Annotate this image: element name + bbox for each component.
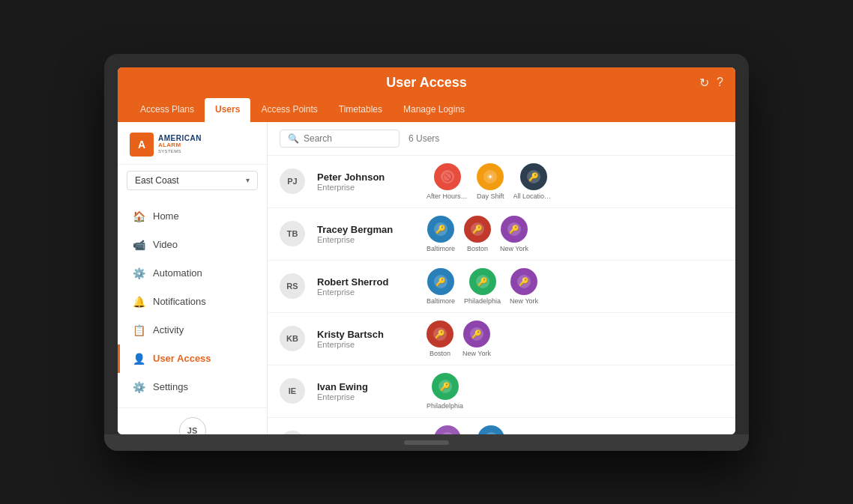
- activity-icon: 📋: [132, 324, 145, 337]
- sidebar-item-automation[interactable]: ⚙️ Automation: [118, 259, 267, 288]
- location-dropdown[interactable]: East Coast ▾: [127, 171, 258, 190]
- avatar: JS: [179, 417, 206, 434]
- tab-timetables[interactable]: Timetables: [328, 98, 393, 122]
- tag-icon: 🔑: [464, 216, 491, 243]
- table-row[interactable]: KVKaren VaughtEnterprise 🔧 Maintenance T…: [268, 418, 735, 434]
- sidebar-footer: JS jsmith@email.com LOG OUT: [118, 407, 267, 434]
- video-icon: 📹: [132, 238, 145, 252]
- tag-item[interactable]: 🔑 Baltimore: [426, 268, 455, 305]
- tag-item[interactable]: 🔑 New York: [510, 268, 538, 305]
- user-name: Ivan Ewing: [317, 381, 415, 392]
- table-row[interactable]: KBKristy BartschEnterprise 🔑 Boston 🔑 Ne…: [268, 313, 735, 365]
- tag-label: New York: [500, 245, 528, 252]
- tag-label: All Locations Master: [513, 192, 555, 200]
- svg-text:🚫: 🚫: [442, 171, 453, 182]
- table-row[interactable]: TBTracey BergmanEnterprise 🔑 Baltimore 🔑…: [268, 208, 735, 261]
- laptop-screen: User Access ↻ ? Access Plans Users Acces…: [118, 67, 735, 434]
- sidebar-item-settings-label: Settings: [153, 381, 188, 392]
- tag-label: Boston: [467, 245, 488, 252]
- svg-text:🔑: 🔑: [440, 381, 450, 392]
- user-info: Peter JohnsonEnterprise: [317, 171, 415, 192]
- user-info: Karen VaughtEnterprise: [317, 434, 415, 434]
- tag-item[interactable]: 🔑 Boston: [464, 216, 491, 252]
- tag-item[interactable]: 🔑 All Locations Master: [513, 163, 555, 200]
- help-icon[interactable]: ?: [717, 76, 723, 89]
- logo-systems: SYSTEMS: [158, 149, 202, 154]
- laptop-notch: [404, 440, 449, 445]
- tag-label: New York: [510, 297, 538, 305]
- tag-icon: 🔑: [477, 425, 504, 434]
- tag-icon: 🔑: [427, 268, 454, 295]
- notifications-icon: 🔔: [132, 295, 145, 309]
- user-tags: 🔑 Baltimore 🔑 Philadelphia 🔑 New York: [426, 268, 538, 305]
- user-initials: KV: [280, 431, 305, 434]
- tag-label: Baltimore: [426, 297, 455, 305]
- header-top: User Access ↻ ?: [118, 67, 735, 98]
- sidebar: A AMERiCAN ALARM SYSTEMS East Coast ▾: [118, 122, 268, 434]
- tag-item[interactable]: 🔑 Baltimore: [477, 425, 505, 434]
- tag-label: New York: [462, 350, 491, 357]
- header: User Access ↻ ? Access Plans Users Acces…: [118, 67, 735, 122]
- user-tags: 🚫 After Hours D... ☀ Day Shift 🔑 All Loc…: [426, 163, 555, 200]
- user-info: Ivan EwingEnterprise: [317, 381, 415, 401]
- tag-icon: 🔑: [510, 268, 537, 295]
- tag-item[interactable]: 🔑 New York: [462, 321, 491, 357]
- header-icons: ↻ ?: [699, 76, 723, 90]
- table-row[interactable]: IEIvan EwingEnterprise 🔑 Philadelphia: [268, 365, 735, 418]
- tab-users[interactable]: Users: [205, 98, 250, 122]
- tag-icon: 🔧: [434, 425, 461, 434]
- sidebar-item-notifications[interactable]: 🔔 Notifications: [118, 288, 267, 316]
- tag-item[interactable]: ☀ Day Shift: [477, 163, 504, 200]
- search-input[interactable]: [304, 133, 391, 144]
- logo-icon: A: [130, 133, 154, 157]
- tab-access-plans[interactable]: Access Plans: [130, 98, 205, 122]
- sidebar-item-home[interactable]: 🏠 Home: [118, 202, 267, 231]
- tag-item[interactable]: 🔑 Baltimore: [426, 216, 455, 252]
- tab-access-points[interactable]: Access Points: [250, 98, 328, 122]
- svg-text:🔑: 🔑: [528, 171, 539, 182]
- user-initials: RS: [280, 273, 305, 299]
- search-box[interactable]: 🔍: [280, 130, 400, 148]
- tab-manage-logins[interactable]: Manage Logins: [393, 98, 475, 122]
- user-initials: IE: [280, 378, 305, 404]
- user-initials: PJ: [280, 168, 305, 194]
- refresh-icon[interactable]: ↻: [699, 76, 709, 90]
- table-row[interactable]: PJPeter JohnsonEnterprise 🚫 After Hours …: [268, 156, 735, 208]
- user-name: Karen Vaught: [317, 434, 415, 434]
- user-info: Tracey BergmanEnterprise: [317, 224, 415, 244]
- tag-label: Philadelphia: [426, 402, 463, 410]
- logo-text: AMERiCAN ALARM SYSTEMS: [158, 134, 202, 154]
- sidebar-item-settings[interactable]: ⚙️ Settings: [118, 373, 267, 401]
- content-area: 🔍 6 Users PJPeter JohnsonEnterprise 🚫 Af…: [268, 122, 735, 434]
- svg-text:🔑: 🔑: [509, 224, 519, 234]
- sidebar-item-video[interactable]: 📹 Video: [118, 231, 267, 259]
- tag-item[interactable]: 🔧 Maintenance T...: [426, 425, 468, 434]
- tag-item[interactable]: 🔑 Philadelphia: [426, 373, 463, 410]
- svg-text:🔑: 🔑: [435, 276, 446, 287]
- users-table: PJPeter JohnsonEnterprise 🚫 After Hours …: [268, 156, 735, 434]
- tag-item[interactable]: 🚫 After Hours D...: [426, 163, 468, 200]
- svg-text:🔧: 🔧: [442, 434, 453, 434]
- laptop-frame: User Access ↻ ? Access Plans Users Acces…: [104, 54, 749, 451]
- tag-item[interactable]: 🔑 Philadelphia: [464, 268, 501, 305]
- sidebar-item-activity[interactable]: 📋 Activity: [118, 316, 267, 344]
- sidebar-item-home-label: Home: [153, 210, 179, 222]
- tag-icon: 🚫: [434, 163, 461, 190]
- sidebar-item-user-access[interactable]: 👤 User Access: [118, 344, 267, 373]
- logo-alarm: ALARM: [158, 142, 202, 149]
- tag-item[interactable]: 🔑 Boston: [426, 321, 453, 357]
- tag-icon: 🔑: [427, 216, 454, 243]
- app-wrapper: User Access ↻ ? Access Plans Users Acces…: [118, 67, 735, 434]
- table-row[interactable]: RSRobert SherrodEnterprise 🔑 Baltimore 🔑…: [268, 261, 735, 313]
- location-label: East Coast: [135, 175, 179, 186]
- logo-box: A AMERiCAN ALARM SYSTEMS: [130, 133, 255, 157]
- svg-text:🔑: 🔑: [435, 329, 445, 339]
- user-info: Kristy BartschEnterprise: [317, 329, 415, 349]
- tag-item[interactable]: 🔑 New York: [500, 216, 528, 252]
- sidebar-logo: A AMERiCAN ALARM SYSTEMS: [118, 122, 267, 165]
- sidebar-item-notifications-label: Notifications: [153, 296, 206, 307]
- tag-label: Philadelphia: [464, 297, 501, 305]
- sidebar-item-video-label: Video: [153, 239, 178, 250]
- user-tags: 🔑 Boston 🔑 New York: [426, 321, 491, 357]
- tag-icon: 🔑: [463, 321, 490, 347]
